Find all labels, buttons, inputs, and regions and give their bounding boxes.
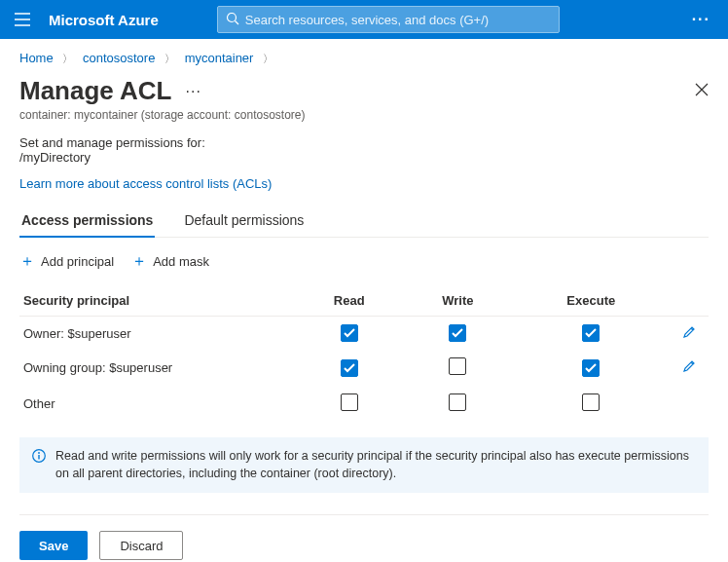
col-write: Write xyxy=(403,285,512,317)
more-options-icon[interactable]: ··· xyxy=(186,83,201,100)
learn-more-link[interactable]: Learn more about access control lists (A… xyxy=(19,176,272,191)
discard-button[interactable]: Discard xyxy=(99,531,183,560)
search-input[interactable] xyxy=(245,13,551,27)
execute-checkbox[interactable] xyxy=(582,393,600,411)
read-checkbox[interactable] xyxy=(341,324,358,342)
hamburger-menu-icon[interactable] xyxy=(10,7,35,32)
read-checkbox[interactable] xyxy=(341,359,358,377)
page-subtitle: container: mycontainer (storage account:… xyxy=(19,108,709,122)
brand-title: Microsoft Azure xyxy=(49,12,159,28)
principal-name: Owner: $superuser xyxy=(19,317,295,351)
svg-line-1 xyxy=(235,20,238,24)
write-checkbox[interactable] xyxy=(449,393,466,411)
principal-name: Other xyxy=(19,386,295,422)
execute-checkbox[interactable] xyxy=(582,324,600,342)
more-icon[interactable]: ··· xyxy=(684,11,718,28)
col-read: Read xyxy=(295,285,403,317)
breadcrumb-home[interactable]: Home xyxy=(19,51,54,65)
search-box[interactable] xyxy=(217,6,560,33)
plus-icon: ＋ xyxy=(131,251,147,272)
add-principal-label: Add principal xyxy=(41,254,114,269)
write-checkbox[interactable] xyxy=(449,324,466,342)
plus-icon: ＋ xyxy=(19,251,35,272)
table-row: Other xyxy=(19,386,709,422)
search-icon xyxy=(226,12,239,28)
acl-table: Security principal Read Write Execute Ow… xyxy=(19,285,709,422)
add-mask-button[interactable]: ＋ Add mask xyxy=(131,251,209,272)
chevron-right-icon: 〉 xyxy=(263,53,273,64)
principal-name: Owning group: $superuser xyxy=(19,350,295,386)
execute-checkbox[interactable] xyxy=(582,359,600,377)
command-bar: ＋ Add principal ＋ Add mask xyxy=(19,251,709,272)
breadcrumb: Home 〉 contosostore 〉 mycontainer 〉 xyxy=(19,51,709,66)
table-row: Owning group: $superuser xyxy=(19,350,709,386)
tab-access-permissions[interactable]: Access permissions xyxy=(19,206,155,238)
top-bar: Microsoft Azure ··· xyxy=(0,0,728,39)
write-checkbox[interactable] xyxy=(449,357,466,375)
footer-actions: Save Discard xyxy=(19,531,709,560)
breadcrumb-container[interactable]: mycontainer xyxy=(185,51,254,65)
close-icon[interactable] xyxy=(695,81,709,101)
target-path: /myDirectory xyxy=(19,150,709,165)
permissions-for-label: Set and manage permissions for: xyxy=(19,135,709,150)
add-mask-label: Add mask xyxy=(153,254,209,269)
add-principal-button[interactable]: ＋ Add principal xyxy=(19,251,114,272)
tab-default-permissions[interactable]: Default permissions xyxy=(182,206,306,237)
svg-rect-4 xyxy=(38,455,39,460)
table-row: Owner: $superuser xyxy=(19,317,709,351)
save-button[interactable]: Save xyxy=(19,531,88,560)
tab-list: Access permissions Default permissions xyxy=(19,206,709,238)
col-execute: Execute xyxy=(513,285,670,317)
edit-icon[interactable] xyxy=(682,327,696,342)
svg-point-0 xyxy=(227,13,236,21)
page-title: Manage ACL xyxy=(19,76,172,106)
divider xyxy=(19,514,709,515)
info-icon xyxy=(32,449,46,482)
chevron-right-icon: 〉 xyxy=(62,53,73,64)
edit-icon[interactable] xyxy=(682,361,696,376)
chevron-right-icon: 〉 xyxy=(164,53,175,64)
breadcrumb-store[interactable]: contosostore xyxy=(83,51,155,65)
info-banner: Read and write permissions will only wor… xyxy=(19,437,709,493)
read-checkbox[interactable] xyxy=(341,393,358,411)
col-principal: Security principal xyxy=(19,285,295,317)
svg-point-3 xyxy=(38,452,40,454)
info-text: Read and write permissions will only wor… xyxy=(55,448,696,482)
